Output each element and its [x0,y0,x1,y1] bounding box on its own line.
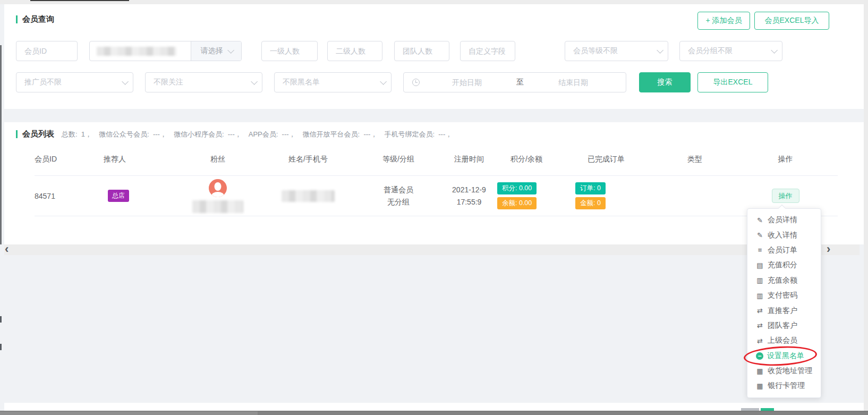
list-icon: ≡ [756,246,764,254]
table-row: 84571 总店 普通会员 无分组 [35,176,838,216]
banknote-icon: ▥ [756,292,764,300]
register-time: 17:55:9 [441,196,497,208]
member-id-input[interactable] [16,41,77,61]
banknote-icon: ▥ [756,276,764,284]
bottom-scrollbar-thumb[interactable] [0,411,258,415]
menu-item-bank-card[interactable]: ▦ 银行卡管理 [747,378,821,393]
team-count-input[interactable] [395,41,449,61]
level1-count-input[interactable] [262,41,317,61]
promoter-select[interactable]: 推广员不限 [16,72,133,92]
follow-status-select[interactable]: 不限关注 [145,72,262,92]
avatar-body-shape [211,192,224,197]
redacted-name-phone [282,190,335,202]
menu-item-label: 会员订单 [768,245,797,255]
end-date-input[interactable] [526,73,620,92]
query-card-title: 会员查询 [16,14,54,24]
team-count-field-wrap [394,41,449,61]
avatar [209,179,227,197]
start-date-input[interactable] [420,73,514,92]
menu-item-label: 直推客户 [768,306,797,316]
row-action-button[interactable]: 操作 [772,189,799,203]
orders-badge: 订单: 0 [575,182,606,194]
row-action-dropdown: ✎ 会员详情 ✎ 收入详情 ≡ 会员订单 ▤ 充值积分 ▥ 充值余额 ▥ 支付密… [747,208,821,398]
sidebar-cut-text-fragment [0,316,2,323]
menu-item-member-orders[interactable]: ≡ 会员订单 [747,243,821,258]
chevron-down-icon [122,78,129,85]
blacklist-filter-select[interactable]: 不限黑名单 [274,72,392,92]
clock-icon [412,79,420,86]
member-level: 普通会员 [356,184,441,196]
member-admin-screen: 会员查询 + 添加会员 会员EXCEL导入 请选择 [0,0,868,415]
member-id-field-wrap [16,41,78,61]
minus-circle-icon: − [756,352,763,360]
member-table: 会员ID 推荐人 粉丝 姓名/手机号 等级/分组 注册时间 积分/余额 已完成订… [35,143,838,216]
member-level-select[interactable]: 会员等级不限 [565,41,668,61]
menu-item-label: 收货地址管理 [768,366,812,376]
menu-item-upline-member[interactable]: ⇄ 上级会员 [747,333,821,348]
bottom-content-edge [4,403,864,411]
custom-field-wrap [460,41,515,61]
member-group-value: 会员分组不限 [688,46,733,56]
member-excel-import-button[interactable]: 会员EXCEL导入 [754,12,829,30]
chevron-down-icon [251,78,258,85]
export-excel-button[interactable]: 导出EXCEL [697,72,768,92]
table-header-row: 会员ID 推荐人 粉丝 姓名/手机号 等级/分组 注册时间 积分/余额 已完成订… [35,143,838,176]
menu-item-label: 收入详情 [768,231,797,240]
balance-badge: 余额: 0.00 [497,197,537,209]
header-name-phone: 姓名/手机号 [260,155,356,164]
avatar-head-shape [215,182,222,191]
menu-item-income-detail[interactable]: ✎ 收入详情 [747,227,821,242]
header-points-balance: 积分/余额 [497,155,556,164]
member-stats: 总数: 1， 微信公众号会员: ---， 微信小程序会员: ---， APP会员… [62,130,459,139]
menu-item-payment-password[interactable]: ▥ 支付密码 [747,288,821,303]
list-card-title: 会员列表 [16,129,54,139]
keyword-type-value: 请选择 [201,46,223,56]
menu-item-recharge-balance[interactable]: ▥ 充值余额 [747,273,821,288]
menu-item-label: 团队客户 [768,321,797,331]
points-balance-cell: 积分: 0.00 余额: 0.00 [497,182,556,209]
level2-count-field-wrap [327,41,382,61]
referrer-badge: 总店 [108,190,129,202]
stat-mini-program: 微信小程序会员: ---， [174,130,242,139]
stat-app: APP会员: ---， [249,130,296,139]
fans-cell [175,179,260,213]
menu-item-member-detail[interactable]: ✎ 会员详情 [747,213,821,227]
stat-total: 总数: 1， [62,130,92,139]
menu-item-label: 设置黑名单 [767,351,804,361]
custom-field-input[interactable] [461,41,515,61]
window-top-dark-segment [30,0,129,1]
keyword-type-select[interactable]: 请选择 [191,41,241,61]
edit-icon: ✎ [756,216,764,224]
search-button[interactable]: 搜索 [639,72,691,92]
menu-item-direct-customers[interactable]: ⇄ 直推客户 [747,303,821,318]
menu-item-team-customers[interactable]: ⇄ 团队客户 [747,318,821,333]
scroll-right-icon[interactable]: › [827,244,830,255]
horizontal-scrollbar[interactable] [4,244,860,255]
redacted-keyword-value [97,47,176,56]
menu-item-recharge-points[interactable]: ▤ 充值积分 [747,258,821,273]
menu-item-shipping-address[interactable]: ▦ 收货地址管理 [747,363,821,378]
bottom-scrollbar-track[interactable] [0,411,868,415]
scroll-left-icon[interactable]: ‹ [5,244,8,255]
edit-icon: ✎ [756,231,764,239]
menu-item-label: 银行卡管理 [768,381,805,391]
list-title-text: 会员列表 [22,129,54,139]
level-group-cell: 普通会员 无分组 [356,184,441,208]
swap-arrows-icon: ⇄ [756,321,764,329]
menu-item-label: 会员详情 [768,215,797,225]
redacted-fan-name [192,200,243,213]
add-member-button[interactable]: + 添加会员 [697,12,750,30]
promoter-value: 推广员不限 [24,78,62,87]
window-top-edge [0,0,868,4]
member-group-select[interactable]: 会员分组不限 [679,41,782,61]
vertical-scrollbar[interactable] [864,0,868,415]
stat-wechat-official: 微信公众号会员: ---， [99,130,167,139]
keyword-input[interactable] [90,41,191,61]
menu-item-set-blacklist[interactable]: − 设置黑名单 [747,349,821,363]
member-level-value: 会员等级不限 [573,46,618,56]
level2-count-input[interactable] [328,41,382,61]
header-fans: 粉丝 [175,155,260,164]
swap-arrows-icon: ⇄ [756,337,764,345]
header-level-group: 等级/分组 [356,155,441,164]
date-range-picker[interactable]: 至 [403,72,626,92]
